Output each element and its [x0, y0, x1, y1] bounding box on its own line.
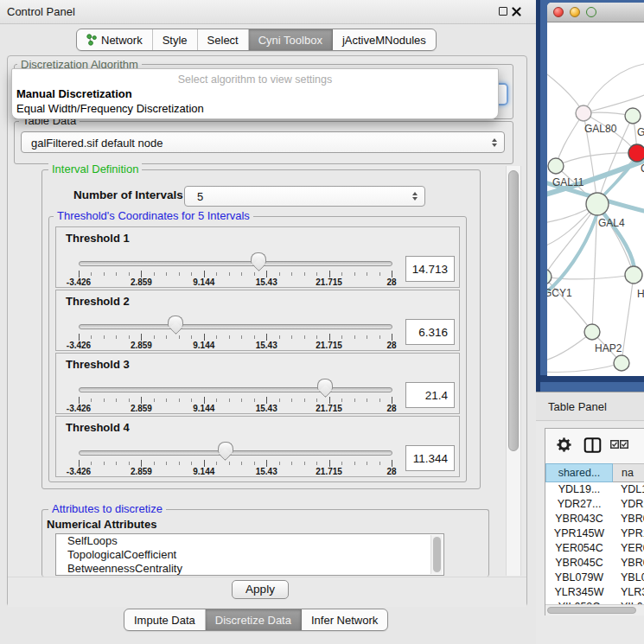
slider-handle[interactable]: [218, 442, 233, 453]
tick-label: 9.144: [185, 341, 223, 350]
tick-mark: [141, 397, 142, 404]
numerical-attributes-list[interactable]: SelfLoopsTopologicalCoefficientBetweenne…: [55, 533, 444, 576]
tab-cyni-toolbox[interactable]: Cyni Toolbox: [249, 29, 333, 50]
tick-mark: [79, 397, 80, 404]
tick-mark: [392, 334, 392, 341]
tab-label: Network: [101, 34, 143, 47]
table-row[interactable]: YBR043CYBR0: [545, 512, 644, 526]
tab-label: Discretize Data: [215, 614, 291, 627]
algorithm-hint: Select algorithm to view settings: [12, 69, 498, 86]
table-rows: YDL19...YDL1YDR27...YDR2YBR043CYBR0YPR14…: [545, 482, 644, 604]
table-toolbar: [545, 429, 644, 463]
network-canvas[interactable]: GAL80GACGAL11GAL4GCY1HHAP2: [547, 22, 644, 376]
threshold-value-field[interactable]: 14.713: [405, 256, 455, 282]
algorithm-option-manual-discretization[interactable]: Manual Discretization: [12, 86, 498, 101]
mac-zoom-icon[interactable]: [586, 7, 596, 17]
float-window-icon[interactable]: [499, 7, 507, 16]
table-hscrollbar[interactable]: [545, 604, 644, 615]
main-scrollbar-thumb[interactable]: [508, 170, 519, 451]
threshold-row: Threshold 3-3.4262.8599.14415.4321.71528…: [55, 353, 460, 414]
network-node-ga[interactable]: [625, 108, 641, 124]
tick-label: 15.43: [247, 467, 285, 476]
slider-track[interactable]: [79, 450, 392, 456]
network-node-label: GAL4: [598, 217, 625, 229]
tab-select[interactable]: Select: [198, 29, 249, 50]
tick-mark: [204, 397, 205, 404]
slider-handle[interactable]: [168, 316, 183, 327]
tick-label: 9.144: [185, 467, 223, 476]
tab-network[interactable]: Network: [77, 29, 153, 50]
table-hscrollbar-thumb[interactable]: [547, 607, 636, 614]
table-row[interactable]: YBR045CYBR0: [545, 556, 644, 571]
column-header-shared-name[interactable]: shared...: [545, 463, 613, 482]
table-row[interactable]: YLR345WYLR3: [545, 585, 644, 600]
close-icon[interactable]: [512, 7, 521, 16]
tab-impute-data[interactable]: Impute Data: [124, 609, 206, 630]
tab-infer-network[interactable]: Infer Network: [302, 609, 387, 630]
main-scrollbar[interactable]: [506, 166, 521, 576]
attribute-item-selfloops[interactable]: SelfLoops: [56, 534, 443, 548]
tick-mark: [392, 271, 392, 277]
network-node-hap2[interactable]: [584, 324, 600, 340]
tick-mark: [266, 460, 267, 467]
mac-minimize-icon[interactable]: [570, 7, 580, 17]
threshold-label: Threshold 4: [66, 421, 130, 434]
tab-label: Style: [163, 34, 188, 47]
attribute-item-topologicalcoefficient[interactable]: TopologicalCoefficient: [56, 548, 443, 562]
columns-icon[interactable]: [583, 437, 602, 453]
cell-name: YER0: [621, 541, 644, 556]
table-row[interactable]: YPR145WYPR1: [545, 526, 644, 541]
tab-style[interactable]: Style: [153, 29, 198, 50]
network-node-label: GCY1: [547, 287, 572, 299]
table-header: shared... na: [545, 463, 644, 482]
gear-icon[interactable]: [556, 437, 572, 453]
table-row[interactable]: YDR27...YDR2: [545, 497, 644, 512]
spinner-arrows-icon: [412, 192, 418, 201]
combo-arrows-icon: [492, 138, 497, 147]
slider-handle[interactable]: [251, 252, 266, 264]
threshold-value-field[interactable]: 6.316: [405, 319, 455, 345]
network-node[interactable]: [614, 355, 629, 371]
network-node-gal11[interactable]: [548, 158, 564, 174]
column-header-name[interactable]: na: [613, 463, 644, 482]
cell-shared-name: YDL19...: [545, 482, 613, 497]
mac-close-icon[interactable]: [553, 7, 564, 17]
threshold-value-field[interactable]: 21.4: [405, 382, 455, 408]
number-of-intervals-spinner[interactable]: 5: [184, 186, 425, 207]
network-node-gal4[interactable]: [586, 193, 609, 215]
threshold-value-field[interactable]: 11.344: [405, 445, 455, 471]
slider-track[interactable]: [79, 324, 392, 329]
slider-track[interactable]: [79, 387, 392, 392]
tab-label: Impute Data: [134, 614, 195, 627]
attribute-item-betweennesscentrality[interactable]: BetweennessCentrality: [56, 562, 443, 576]
attributes-scrollbar[interactable]: [430, 535, 443, 574]
threshold-row: Threshold 2-3.4262.8599.14415.4321.71528…: [55, 290, 460, 351]
tick-label: -3.426: [60, 277, 98, 287]
network-node-label: H: [637, 288, 644, 300]
table-data-combobox[interactable]: galFiltered.sif default node: [21, 131, 505, 153]
network-node-h[interactable]: [625, 266, 642, 284]
slider-ruler: -3.4262.8599.14415.4321.71528: [79, 271, 392, 288]
table-row[interactable]: YER054CYER0: [545, 541, 644, 556]
checkbox-icon[interactable]: [620, 440, 628, 449]
network-node-gal80[interactable]: [576, 105, 591, 121]
tab-discretize-data[interactable]: Discretize Data: [206, 609, 302, 630]
tick-mark: [79, 460, 80, 467]
tab-label: Infer Network: [311, 614, 378, 627]
slider-handle[interactable]: [317, 379, 333, 390]
tab-jactivemnodules[interactable]: jActiveMNodules: [333, 29, 436, 50]
network-node-c[interactable]: [628, 144, 644, 162]
threshold-rows: Threshold 1-3.4262.8599.14415.4321.71528…: [55, 226, 460, 479]
tick-mark: [204, 460, 205, 467]
table-row[interactable]: YDL19...YDL1: [545, 482, 644, 497]
slider-track[interactable]: [79, 261, 392, 266]
network-node-gcy1[interactable]: [547, 269, 552, 284]
network-view-window: GAL80GACGAL11GAL4GCY1HHAP2: [547, 3, 644, 376]
apply-button[interactable]: Apply: [232, 580, 289, 599]
network-node-label: GA: [637, 126, 644, 138]
algorithm-option-equal-width-frequency-discretization[interactable]: Equal Width/Frequency Discretization: [12, 101, 498, 116]
tick-label: 21.715: [310, 467, 348, 476]
checkbox-icon[interactable]: [610, 440, 619, 449]
table-row[interactable]: YBL079WYBL0: [545, 571, 644, 585]
tick-label: -3.426: [60, 467, 98, 476]
